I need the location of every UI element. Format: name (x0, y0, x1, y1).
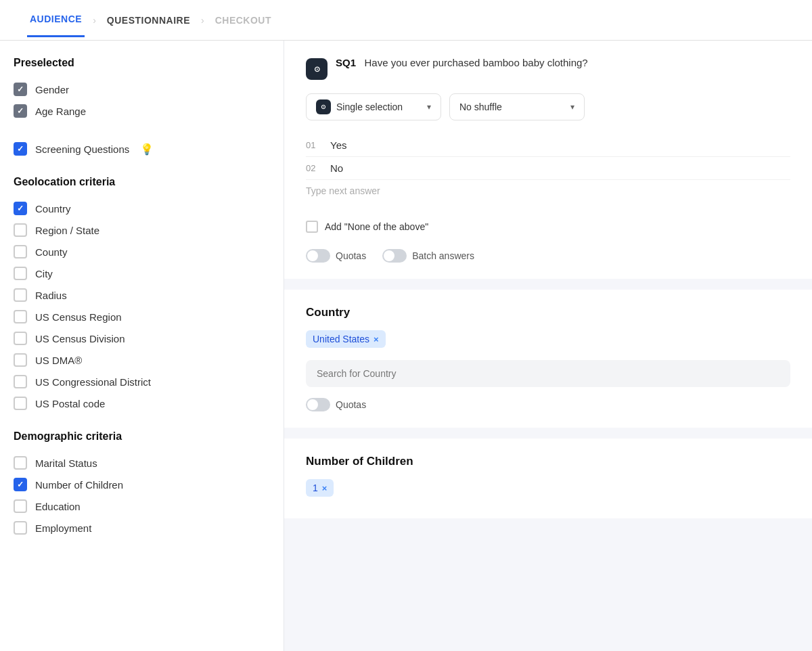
sq-icon: ⊙ (306, 58, 328, 80)
sidebar-item-marital-status[interactable]: Marital Status (14, 452, 270, 474)
country-section-footer: Quotas (306, 398, 790, 411)
sidebar-item-us-postal[interactable]: US Postal code (14, 392, 270, 414)
demographic-group: Demographic criteria Marital Status Numb… (14, 430, 270, 539)
sidebar-item-region-state[interactable]: Region / State (14, 219, 270, 241)
sidebar-label-number-of-children: Number of Children (35, 479, 123, 491)
top-nav: AUDIENCE › QUESTIONNAIRE › CHECKOUT (0, 0, 812, 41)
checkbox-us-postal[interactable] (14, 397, 27, 410)
checkbox-us-census-region[interactable] (14, 310, 27, 323)
add-none-row[interactable]: Add "None of the above" (306, 212, 790, 241)
country-tag-us-close[interactable]: × (374, 334, 379, 344)
checkbox-screening[interactable] (14, 142, 27, 156)
answer-num-2: 02 (306, 163, 322, 173)
question-text: Have you ever purchased bamboo baby clot… (364, 57, 587, 68)
checkbox-number-of-children[interactable] (14, 478, 27, 491)
children-section: Number of Children 1 × (284, 439, 812, 518)
sidebar-item-us-congressional[interactable]: US Congressional District (14, 371, 270, 392)
checkbox-education[interactable] (14, 499, 27, 513)
answer-row-2: 02 No (306, 157, 790, 180)
country-tag-us-label: United States (313, 334, 369, 344)
sidebar-item-gender[interactable]: Gender (14, 78, 270, 100)
type-next-answer[interactable]: Type next answer (306, 180, 790, 202)
checkbox-region-state[interactable] (14, 223, 27, 237)
sidebar-item-country[interactable]: Country (14, 198, 270, 219)
divider-2 (284, 433, 812, 439)
country-quotas-label: Quotas (336, 399, 366, 410)
sidebar-item-age-range[interactable]: Age Range (14, 100, 270, 122)
sidebar-item-us-census-region[interactable]: US Census Region (14, 306, 270, 328)
checkbox-radius[interactable] (14, 288, 27, 302)
children-tags: 1 × (306, 479, 790, 502)
country-search-input[interactable] (306, 360, 790, 387)
answer-num-1: 01 (306, 140, 322, 150)
question-footer: Quotas Batch answers (306, 241, 790, 263)
sidebar-item-screening[interactable]: Screening Questions 💡 (14, 138, 270, 160)
answer-row-1: 01 Yes (306, 134, 790, 157)
selection-type-icon-inner: ⊙ (321, 104, 326, 110)
selection-type-dropdown[interactable]: ⊙ Single selection ▾ (306, 93, 441, 120)
sidebar-item-county[interactable]: County (14, 241, 270, 263)
sidebar-item-radius[interactable]: Radius (14, 284, 270, 306)
checkbox-age-range[interactable] (14, 104, 27, 118)
sidebar-label-marital-status: Marital Status (35, 457, 97, 469)
checkbox-city[interactable] (14, 267, 27, 280)
nav-sep-1: › (93, 15, 96, 26)
sidebar-item-city[interactable]: City (14, 263, 270, 284)
checkbox-us-congressional[interactable] (14, 375, 27, 388)
shuffle-type-label: No shuffle (459, 102, 565, 112)
add-none-checkbox[interactable] (306, 221, 318, 233)
sidebar-item-us-dma[interactable]: US DMA® (14, 349, 270, 371)
quotas-toggle[interactable] (306, 249, 330, 263)
selection-type-icon: ⊙ (316, 99, 331, 114)
nav-questionnaire[interactable]: QUESTIONNAIRE (104, 4, 193, 37)
checkbox-us-census-division[interactable] (14, 332, 27, 345)
checkbox-county[interactable] (14, 245, 27, 259)
children-tag-1-close[interactable]: × (322, 483, 328, 493)
sidebar-label-education: Education (35, 501, 81, 512)
geolocation-group: Geolocation criteria Country Region / St… (14, 176, 270, 414)
add-none-label: Add "None of the above" (325, 221, 428, 232)
children-tag-1: 1 × (306, 479, 334, 497)
preselected-group: Preselected Gender Age Range (14, 57, 270, 122)
question-label: SQ1 (336, 57, 356, 68)
sidebar-label-gender: Gender (35, 84, 69, 95)
answer-text-2: No (330, 162, 343, 174)
sidebar-item-us-census-division[interactable]: US Census Division (14, 328, 270, 349)
batch-answers-toggle[interactable] (382, 249, 407, 263)
checkbox-gender[interactable] (14, 83, 27, 96)
geolocation-title: Geolocation criteria (14, 176, 270, 188)
sidebar-label-county: County (35, 246, 68, 258)
answer-text-1: Yes (330, 139, 346, 151)
sidebar-item-employment[interactable]: Employment (14, 517, 270, 539)
page-layout: Preselected Gender Age Range Screening Q… (0, 41, 812, 651)
sidebar-label-radius: Radius (35, 290, 67, 301)
question-card: ⊙ SQ1 Have you ever purchased bamboo bab… (284, 41, 812, 279)
country-quotas-toggle[interactable] (306, 398, 330, 411)
sidebar-label-country: Country (35, 203, 71, 215)
checkbox-country[interactable] (14, 202, 27, 215)
sidebar-label-employment: Employment (35, 522, 91, 534)
country-tags: United States × (306, 330, 790, 353)
sidebar-item-education[interactable]: Education (14, 495, 270, 517)
sidebar-label-region-state: Region / State (35, 225, 99, 236)
sidebar-label-us-census-region: US Census Region (35, 311, 122, 323)
info-icon: 💡 (140, 143, 154, 156)
checkbox-employment[interactable] (14, 521, 27, 535)
divider-1 (284, 284, 812, 290)
selection-type-chevron: ▾ (427, 102, 431, 112)
shuffle-type-chevron: ▾ (570, 102, 574, 112)
shuffle-type-dropdown[interactable]: No shuffle ▾ (449, 93, 585, 120)
checkbox-us-dma[interactable] (14, 353, 27, 367)
sidebar-label-us-census-division: US Census Division (35, 333, 125, 344)
checkbox-marital-status[interactable] (14, 456, 27, 470)
country-section-title: Country (306, 306, 790, 319)
demographic-title: Demographic criteria (14, 430, 270, 443)
sidebar-label-screening: Screening Questions (35, 143, 129, 155)
preselected-title: Preselected (14, 57, 270, 69)
selection-type-label: Single selection (336, 102, 422, 112)
sidebar-item-number-of-children[interactable]: Number of Children (14, 474, 270, 495)
answers-list: 01 Yes 02 No Type next answer (306, 134, 790, 202)
nav-checkout: CHECKOUT (212, 4, 274, 37)
sq-icon-inner: ⊙ (314, 65, 320, 74)
nav-audience[interactable]: AUDIENCE (27, 3, 85, 37)
